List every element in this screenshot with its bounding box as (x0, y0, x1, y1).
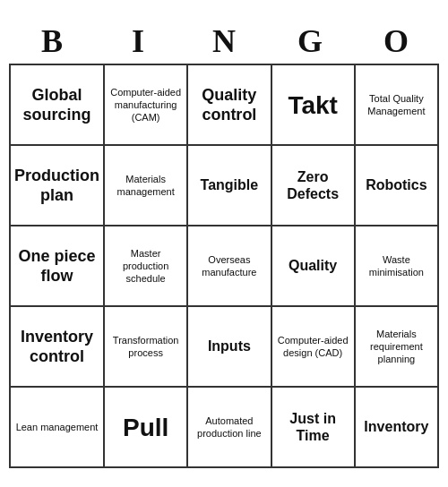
cell-text-r1-c0: Production plan (14, 166, 99, 206)
bingo-grid: Global sourcingComputer-aided manufactur… (9, 64, 439, 468)
cell-text-r3-c3: Computer-aided design (CAD) (276, 334, 350, 360)
cell-text-r2-c3: Quality (289, 257, 337, 274)
cell-text-r3-c1: Transformation process (108, 334, 183, 360)
cell-r3-c2[interactable]: Inputs (188, 307, 271, 388)
cell-r0-c4[interactable]: Total Quality Management (356, 65, 439, 146)
cell-text-r2-c2: Overseas manufacture (192, 253, 266, 279)
header-letter-i: I (99, 22, 177, 60)
cell-r2-c2[interactable]: Overseas manufacture (188, 226, 271, 307)
cell-r2-c0[interactable]: One piece flow (11, 226, 105, 307)
cell-r3-c3[interactable]: Computer-aided design (CAD) (272, 307, 356, 388)
cell-text-r4-c2: Automated production line (192, 414, 266, 440)
cell-r4-c2[interactable]: Automated production line (188, 388, 271, 468)
cell-text-r1-c1: Materials management (108, 173, 183, 199)
cell-text-r4-c0: Lean management (16, 421, 99, 433)
cell-r1-c2[interactable]: Tangible (188, 146, 271, 226)
cell-text-r0-c2: Quality control (192, 85, 266, 125)
cell-r4-c3[interactable]: Just in Time (272, 388, 356, 468)
header-letter-n: N (185, 22, 263, 60)
cell-text-r0-c3: Takt (288, 90, 338, 121)
cell-r2-c3[interactable]: Quality (272, 226, 356, 307)
cell-r3-c1[interactable]: Transformation process (105, 307, 188, 388)
cell-text-r1-c4: Robotics (366, 176, 426, 193)
cell-r0-c2[interactable]: Quality control (188, 65, 271, 146)
cell-text-r4-c4: Inventory (364, 418, 428, 435)
cell-r0-c1[interactable]: Computer-aided manufacturing (CAM) (105, 65, 188, 146)
cell-text-r2-c0: One piece flow (14, 246, 99, 286)
bingo-card: BINGO Global sourcingComputer-aided manu… (9, 19, 439, 468)
bingo-header: BINGO (9, 19, 439, 64)
cell-text-r4-c3: Just in Time (276, 410, 350, 444)
header-letter-g: G (271, 22, 349, 60)
cell-text-r3-c4: Materials requirement planning (359, 328, 434, 366)
cell-text-r2-c1: Master production schedule (108, 247, 183, 286)
cell-r4-c4[interactable]: Inventory (356, 388, 439, 468)
cell-r4-c0[interactable]: Lean management (11, 388, 105, 468)
cell-text-r0-c0: Global sourcing (14, 85, 99, 125)
cell-text-r2-c4: Waste minimisation (359, 253, 434, 279)
cell-text-r0-c4: Total Quality Management (359, 92, 434, 118)
cell-r1-c1[interactable]: Materials management (105, 146, 188, 226)
cell-r0-c3[interactable]: Takt (272, 65, 356, 146)
cell-r4-c1[interactable]: Pull (105, 388, 188, 468)
cell-text-r4-c1: Pull (123, 412, 168, 443)
cell-r3-c0[interactable]: Inventory control (11, 307, 105, 388)
cell-r1-c3[interactable]: Zero Defects (272, 146, 356, 226)
cell-r3-c4[interactable]: Materials requirement planning (356, 307, 439, 388)
cell-text-r3-c2: Inputs (208, 337, 251, 355)
header-letter-o: O (357, 22, 435, 60)
cell-r2-c1[interactable]: Master production schedule (105, 226, 188, 307)
header-letter-b: B (13, 22, 91, 60)
cell-text-r3-c0: Inventory control (14, 327, 99, 367)
cell-r1-c4[interactable]: Robotics (356, 146, 439, 226)
cell-r1-c0[interactable]: Production plan (11, 146, 105, 226)
cell-r0-c0[interactable]: Global sourcing (11, 65, 105, 146)
cell-text-r1-c2: Tangible (201, 176, 259, 193)
cell-text-r0-c1: Computer-aided manufacturing (CAM) (108, 86, 183, 124)
cell-text-r1-c3: Zero Defects (276, 168, 350, 202)
cell-r2-c4[interactable]: Waste minimisation (356, 226, 439, 307)
